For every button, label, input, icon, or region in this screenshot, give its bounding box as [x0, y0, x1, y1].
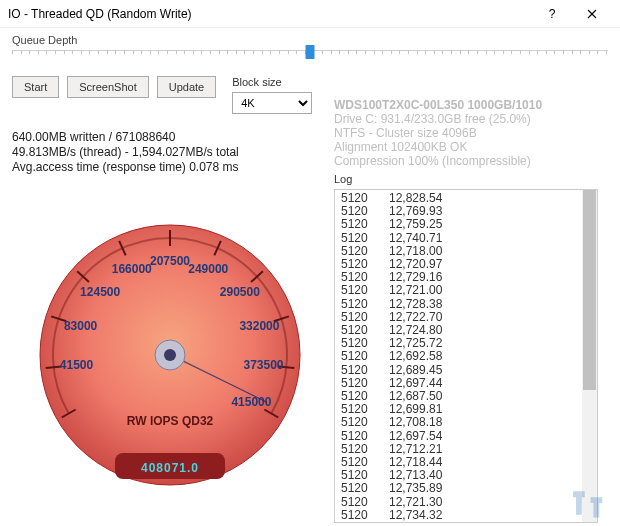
- log-row: 512012,722.70: [341, 311, 595, 324]
- log-row: 512012,725.72: [341, 337, 595, 350]
- help-icon: ?: [549, 0, 556, 28]
- log-row: 512012,697.44: [341, 377, 595, 390]
- log-scrollbar[interactable]: [582, 190, 597, 522]
- log-row: 512012,708.18: [341, 416, 595, 429]
- svg-text:290500: 290500: [220, 285, 260, 299]
- log-row: 512012,718.44: [341, 456, 595, 469]
- log-box: 512012,828.54512012,769.93512012,759.255…: [334, 189, 598, 523]
- svg-text:41500: 41500: [60, 358, 94, 372]
- log-row: 512012,692.58: [341, 350, 595, 363]
- svg-text:332000: 332000: [239, 319, 279, 333]
- drive-free: Drive C: 931.4/233.0GB free (25.0%): [334, 112, 542, 126]
- drive-model: WDS100T2X0C-00L350 1000GB/1010: [334, 98, 542, 112]
- slider-thumb[interactable]: [306, 45, 315, 59]
- log-row: 512012,687.50: [341, 390, 595, 403]
- blocksize-select[interactable]: 4K: [232, 92, 312, 114]
- drive-align: Alignment 102400KB OK: [334, 140, 542, 154]
- svg-text:249000: 249000: [188, 262, 228, 276]
- log-row: 512012,724.80: [341, 324, 595, 337]
- log-row: 512012,713.40: [341, 469, 595, 482]
- log-row: 512012,735.89: [341, 482, 595, 495]
- log-row: 512012,769.93: [341, 205, 595, 218]
- svg-text:207500: 207500: [150, 254, 190, 268]
- drive-info: WDS100T2X0C-00L350 1000GB/1010 Drive C: …: [334, 98, 542, 168]
- log-row: 512012,712.21: [341, 443, 595, 456]
- drive-comp: Compression 100% (Incompressible): [334, 154, 542, 168]
- screenshot-button[interactable]: ScreenShot: [67, 76, 148, 98]
- drive-fs: NTFS - Cluster size 4096B: [334, 126, 542, 140]
- log-row: 512012,828.54: [341, 192, 595, 205]
- window-titlebar: IO - Threaded QD (Random Write) ?: [0, 0, 620, 28]
- blocksize-label: Block size: [232, 76, 312, 88]
- log-scroll-thumb[interactable]: [583, 190, 596, 390]
- log-row: 512012,740.71: [341, 232, 595, 245]
- watermark-logo: [570, 487, 614, 522]
- iops-gauge: 4150083000124500166000207500249000290500…: [20, 210, 320, 510]
- help-button[interactable]: ?: [532, 0, 572, 28]
- svg-text:124500: 124500: [80, 285, 120, 299]
- log-row: 512012,728.38: [341, 298, 595, 311]
- log-row: 512012,718.00: [341, 245, 595, 258]
- queue-depth-slider[interactable]: [12, 50, 608, 54]
- svg-text:83000: 83000: [64, 319, 98, 333]
- svg-text:373500: 373500: [243, 358, 283, 372]
- log-label: Log: [334, 173, 606, 185]
- log-row: 512012,759.25: [341, 218, 595, 231]
- log-row: 512012,721.00: [341, 284, 595, 297]
- log-row: 512012,699.81: [341, 403, 595, 416]
- log-row: 512012,734.32: [341, 509, 595, 522]
- gauge-title: RW IOPS QD32: [127, 414, 214, 428]
- log-row: 512012,729.16: [341, 271, 595, 284]
- start-button[interactable]: Start: [12, 76, 59, 98]
- svg-text:166000: 166000: [112, 262, 152, 276]
- close-button[interactable]: [572, 0, 612, 28]
- gauge-readout: 408071.0: [141, 461, 199, 475]
- log-row: 512012,697.54: [341, 430, 595, 443]
- window-title: IO - Threaded QD (Random Write): [8, 0, 532, 28]
- close-icon: [587, 9, 597, 19]
- log-row: 512012,721.30: [341, 496, 595, 509]
- svg-point-24: [164, 349, 176, 361]
- log-row: 512012,689.45: [341, 364, 595, 377]
- log-row: 512012,720.97: [341, 258, 595, 271]
- update-button[interactable]: Update: [157, 76, 216, 98]
